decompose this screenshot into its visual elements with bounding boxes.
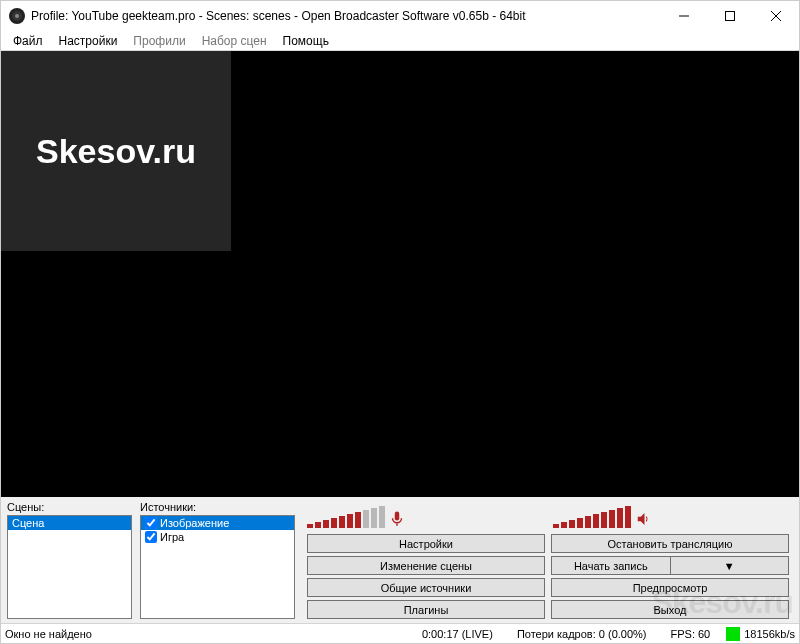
menu-scene-sets[interactable]: Набор сцен <box>194 32 275 50</box>
list-item[interactable]: Изображение <box>141 516 294 530</box>
preview-area: Skesov.ru <box>1 51 799 497</box>
scenes-panel: Сцены: Сцена <box>7 501 132 619</box>
scenes-listbox[interactable]: Сцена <box>7 515 132 619</box>
minimize-button[interactable] <box>661 1 707 31</box>
status-fps: FPS: 60 <box>658 628 722 640</box>
lower-panel: Сцены: Сцена Источники: Изображение Игра <box>1 497 799 623</box>
plugins-button[interactable]: Плагины <box>307 600 545 619</box>
desktop-meter <box>553 506 789 528</box>
menu-settings[interactable]: Настройки <box>51 32 126 50</box>
mic-meter <box>307 506 543 528</box>
preview-button[interactable]: Предпросмотр <box>551 578 789 597</box>
svg-rect-3 <box>726 12 735 21</box>
sources-label: Источники: <box>140 501 295 513</box>
status-drops: Потери кадров: 0 (0.00%) <box>505 628 659 640</box>
record-dropdown-button[interactable]: ▼ <box>671 556 790 575</box>
source-checkbox[interactable] <box>145 531 157 543</box>
menu-bar: Файл Настройки Профили Набор сцен Помощь <box>1 31 799 51</box>
app-icon <box>9 8 25 24</box>
overlay-text: Skesov.ru <box>36 132 196 171</box>
status-indicator <box>726 627 740 641</box>
source-name: Изображение <box>160 517 229 529</box>
status-time: 0:00:17 (LIVE) <box>410 628 505 640</box>
sources-panel: Источники: Изображение Игра <box>140 501 295 619</box>
maximize-button[interactable] <box>707 1 753 31</box>
exit-button[interactable]: Выход <box>551 600 789 619</box>
status-bitrate: 18156kb/s <box>744 628 795 640</box>
list-item[interactable]: Игра <box>141 530 294 544</box>
audio-meters <box>303 501 793 528</box>
stop-stream-button[interactable]: Остановить трансляцию <box>551 534 789 553</box>
source-checkbox[interactable] <box>145 517 157 529</box>
scene-name: Сцена <box>12 517 44 529</box>
close-button[interactable] <box>753 1 799 31</box>
edit-scene-button[interactable]: Изменение сцены <box>307 556 545 575</box>
window-title: Profile: YouTube geekteam.pro - Scenes: … <box>31 9 661 23</box>
mic-icon[interactable] <box>387 510 407 528</box>
scenes-label: Сцены: <box>7 501 132 513</box>
status-bar: Окно не найдено 0:00:17 (LIVE) Потери ка… <box>1 623 799 643</box>
status-left: Окно не найдено <box>5 628 410 640</box>
speaker-icon[interactable] <box>633 510 653 528</box>
settings-button[interactable]: Настройки <box>307 534 545 553</box>
global-sources-button[interactable]: Общие источники <box>307 578 545 597</box>
start-record-button[interactable]: Начать запись <box>551 556 671 575</box>
controls-panel: Настройки Остановить трансляцию Изменени… <box>303 501 793 619</box>
menu-file[interactable]: Файл <box>5 32 51 50</box>
menu-profiles[interactable]: Профили <box>125 32 193 50</box>
preview-overlay: Skesov.ru <box>1 51 231 251</box>
svg-rect-6 <box>396 524 398 526</box>
sources-listbox[interactable]: Изображение Игра <box>140 515 295 619</box>
button-grid: Настройки Остановить трансляцию Изменени… <box>303 534 793 619</box>
svg-point-1 <box>15 14 19 18</box>
title-bar: Profile: YouTube geekteam.pro - Scenes: … <box>1 1 799 31</box>
list-item[interactable]: Сцена <box>8 516 131 530</box>
menu-help[interactable]: Помощь <box>275 32 337 50</box>
source-name: Игра <box>160 531 184 543</box>
